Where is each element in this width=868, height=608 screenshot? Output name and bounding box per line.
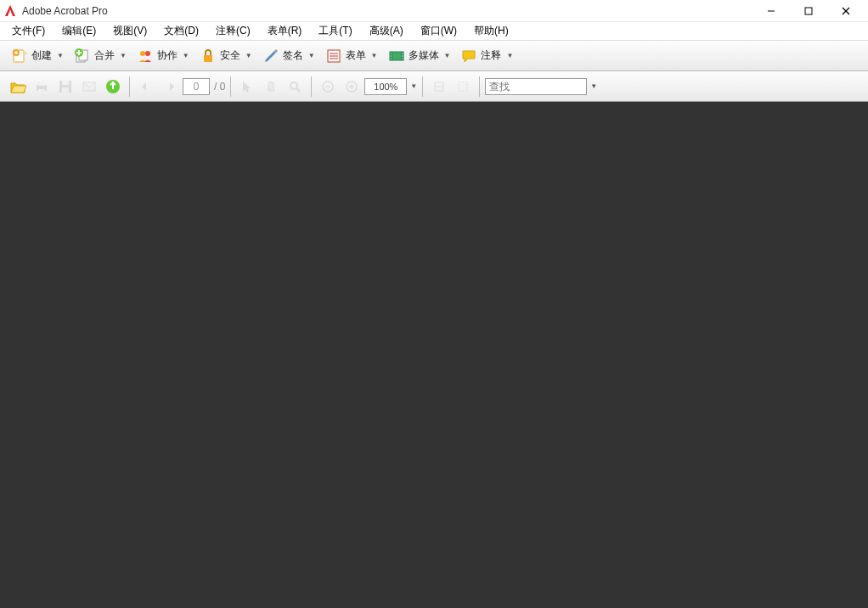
collaborate-label: 协作 <box>157 48 178 63</box>
multimedia-button[interactable]: 多媒体 ▼ <box>384 45 455 67</box>
create-pdf-icon <box>11 48 28 65</box>
svg-rect-27 <box>38 89 45 93</box>
email-button[interactable] <box>78 76 100 98</box>
svg-rect-42 <box>459 82 467 91</box>
menu-comment[interactable]: 注释(C) <box>207 22 259 40</box>
forms-button[interactable]: 表单 ▼ <box>321 45 382 67</box>
menu-view[interactable]: 视图(V) <box>104 22 155 40</box>
combine-icon <box>74 48 91 65</box>
collaborate-icon <box>137 48 154 65</box>
menu-edit[interactable]: 编辑(E) <box>54 22 104 40</box>
svg-point-9 <box>140 51 145 56</box>
dropdown-arrow-icon: ▼ <box>120 52 127 59</box>
dropdown-arrow-icon: ▼ <box>444 52 451 59</box>
menu-document[interactable]: 文档(D) <box>155 22 207 40</box>
svg-point-24 <box>401 58 402 59</box>
file-toolbar: / 0 100% ▼ ▼ <box>0 71 868 102</box>
zoom-dropdown-icon[interactable]: ▼ <box>410 82 417 90</box>
window-title: Adobe Acrobat Pro <box>22 5 108 17</box>
pen-icon <box>262 48 279 65</box>
menu-file[interactable]: 文件(F) <box>3 22 54 40</box>
forms-icon <box>325 48 342 65</box>
menu-forms[interactable]: 表单(R) <box>259 22 311 40</box>
search-dropdown-icon[interactable]: ▼ <box>590 82 597 90</box>
marquee-zoom-button[interactable] <box>284 76 306 98</box>
sign-label: 签名 <box>283 48 303 63</box>
zoom-in-button[interactable] <box>341 76 363 98</box>
maximize-button[interactable] <box>790 0 827 22</box>
secure-button[interactable]: 安全 ▼ <box>195 45 256 67</box>
separator <box>422 76 423 97</box>
collaborate-button[interactable]: 协作 ▼ <box>132 45 194 67</box>
svg-point-21 <box>390 58 391 59</box>
save-button[interactable] <box>54 76 76 98</box>
svg-rect-30 <box>62 87 69 93</box>
fit-page-button[interactable] <box>452 76 474 98</box>
secure-label: 安全 <box>220 48 240 63</box>
comment-button[interactable]: 注释 ▼ <box>456 45 517 67</box>
separator <box>479 76 480 97</box>
comment-icon <box>460 48 477 65</box>
svg-point-20 <box>390 55 391 56</box>
next-page-button[interactable] <box>159 76 181 98</box>
sign-button[interactable]: 签名 ▼ <box>258 45 319 67</box>
svg-rect-29 <box>62 81 69 85</box>
minimize-button[interactable] <box>752 0 790 22</box>
svg-point-23 <box>401 55 402 56</box>
multimedia-icon <box>388 48 405 65</box>
svg-rect-26 <box>38 82 45 86</box>
app-logo-icon <box>3 4 17 18</box>
dropdown-arrow-icon: ▼ <box>245 52 252 59</box>
menu-window[interactable]: 窗口(W) <box>412 22 465 40</box>
forms-label: 表单 <box>346 48 366 63</box>
svg-rect-11 <box>204 55 212 62</box>
select-tool-button[interactable] <box>236 76 258 98</box>
svg-line-34 <box>296 88 300 92</box>
menu-tools[interactable]: 工具(T) <box>310 22 360 40</box>
main-toolbar: 创建 ▼ 合并 ▼ 协作 ▼ 安全 ▼ 签名 ▼ 表单 ▼ <box>0 41 868 71</box>
svg-point-19 <box>390 53 391 53</box>
titlebar: Adobe Acrobat Pro <box>0 0 868 22</box>
dropdown-arrow-icon: ▼ <box>183 52 189 59</box>
svg-point-22 <box>401 53 402 53</box>
search-input[interactable] <box>485 78 587 95</box>
page-total: / 0 <box>214 81 225 93</box>
dropdown-arrow-icon: ▼ <box>506 52 513 59</box>
upload-button[interactable] <box>102 76 124 98</box>
svg-point-33 <box>290 82 297 89</box>
dropdown-arrow-icon: ▼ <box>308 52 315 59</box>
fit-width-button[interactable] <box>428 76 450 98</box>
separator <box>129 76 130 97</box>
menu-advanced[interactable]: 高级(A) <box>361 22 412 40</box>
separator <box>311 76 312 97</box>
prev-page-button[interactable] <box>135 76 157 98</box>
open-button[interactable] <box>7 76 29 98</box>
create-button[interactable]: 创建 ▼ <box>7 45 68 67</box>
comment-label: 注释 <box>481 48 501 63</box>
dropdown-arrow-icon: ▼ <box>57 52 64 59</box>
menu-help[interactable]: 帮助(H) <box>465 22 517 40</box>
separator <box>230 76 231 97</box>
zoom-level[interactable]: 100% <box>364 78 407 95</box>
zoom-out-button[interactable] <box>317 76 339 98</box>
combine-button[interactable]: 合并 ▼ <box>70 45 131 67</box>
svg-rect-1 <box>805 8 812 14</box>
create-label: 创建 <box>31 48 52 63</box>
document-area <box>0 102 868 608</box>
combine-label: 合并 <box>94 48 115 63</box>
svg-point-10 <box>145 51 150 56</box>
lock-icon <box>200 48 217 65</box>
page-number-input[interactable] <box>183 78 210 95</box>
dropdown-arrow-icon: ▼ <box>371 52 378 59</box>
hand-tool-button[interactable] <box>260 76 282 98</box>
print-button[interactable] <box>31 76 53 98</box>
multimedia-label: 多媒体 <box>409 48 439 63</box>
menubar: 文件(F) 编辑(E) 视图(V) 文档(D) 注释(C) 表单(R) 工具(T… <box>0 22 868 41</box>
close-button[interactable] <box>827 0 865 22</box>
